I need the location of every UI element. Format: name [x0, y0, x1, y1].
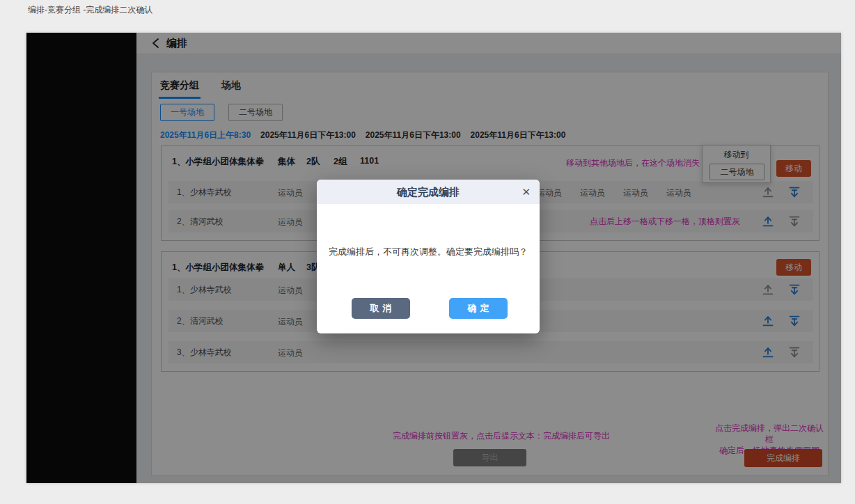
screen: 编排-竞赛分组 -完成编排二次确认 编排 竞赛分组 场地 一号场地: [0, 0, 855, 504]
confirm-button[interactable]: 确定: [449, 298, 508, 319]
modal-message: 完成编排后，不可再次调整。确定要完成编排吗？: [317, 246, 540, 258]
modal-header: 确定完成编排 ✕: [317, 180, 540, 204]
close-icon[interactable]: ✕: [521, 180, 531, 204]
page-title: 编排-竞赛分组 -完成编排二次确认: [28, 4, 152, 16]
cancel-button[interactable]: 取消: [352, 298, 410, 319]
modal-title: 确定完成编排: [397, 186, 460, 198]
confirm-complete-modal: 确定完成编排 ✕ 完成编排后，不可再次调整。确定要完成编排吗？ 取消 确定: [317, 180, 540, 333]
